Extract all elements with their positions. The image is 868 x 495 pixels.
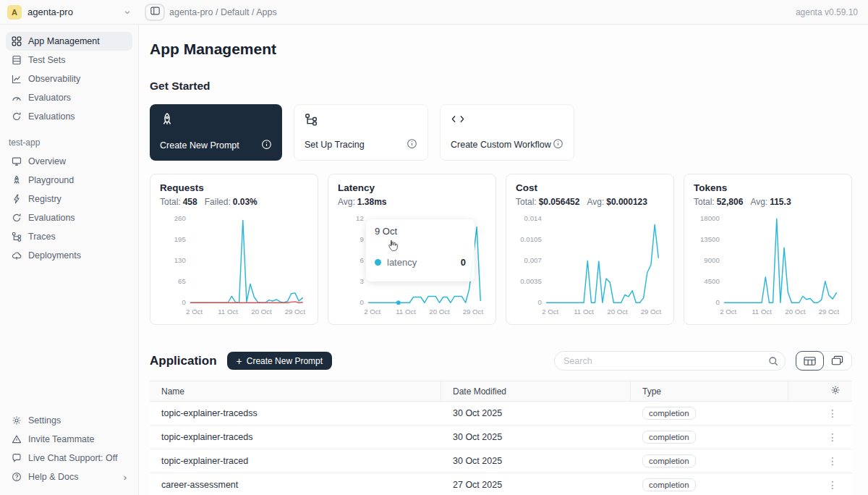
sidebar-item-evaluations-app[interactable]: Evaluations: [6, 208, 132, 227]
svg-text:3: 3: [359, 277, 363, 285]
chart-line-icon: [12, 74, 22, 84]
cost-card: Cost Total:$0.056452 Avg:$0.000123 00.00…: [506, 174, 674, 325]
table-row[interactable]: topic-explainer-traced 30 Oct 2025 compl…: [150, 449, 852, 473]
sidebar-item-evaluators[interactable]: Evaluators: [6, 88, 132, 107]
svg-text:20 Oct: 20 Oct: [785, 308, 806, 316]
page-title: App Management: [150, 41, 852, 58]
chat-icon: [12, 453, 22, 463]
main-content: App Management Get Started Create New Pr…: [139, 25, 868, 495]
metric-stat: Avg:1.38ms: [338, 197, 387, 207]
tooltip-value: 0: [461, 257, 466, 268]
gear-icon[interactable]: [830, 385, 841, 397]
kebab-menu-icon[interactable]: ⋮: [827, 479, 838, 491]
create-new-prompt-button[interactable]: + Create New Prompt: [227, 352, 333, 370]
rocket-icon: [160, 112, 272, 130]
sidebar-item-label: Traces: [28, 232, 56, 242]
svg-text:11 Oct: 11 Oct: [218, 308, 238, 316]
type-badge: completion: [642, 454, 696, 468]
sidebar-item-label: Playground: [28, 175, 74, 185]
sidebar-item-evaluations[interactable]: Evaluations: [6, 107, 132, 126]
svg-text:2 Oct: 2 Oct: [364, 308, 380, 316]
type-badge: completion: [642, 407, 696, 420]
svg-text:0: 0: [537, 298, 541, 306]
create-new-prompt-card[interactable]: Create New Prompt: [150, 104, 282, 161]
sidebar-item-registry[interactable]: Registry: [6, 190, 132, 208]
type-badge: completion: [642, 478, 696, 491]
app-date-modified: 30 Oct 2025: [441, 408, 631, 418]
tokens-chart[interactable]: 04500900013500180002 Oct11 Oct20 Oct29 O…: [694, 211, 842, 320]
requests-chart[interactable]: 0651301952602 Oct11 Oct20 Oct29 Oct: [160, 211, 308, 320]
project-label: test-app: [9, 138, 129, 148]
table-row[interactable]: topic-explainer-traceds 30 Oct 2025 comp…: [150, 426, 852, 449]
cost-chart[interactable]: 00.00350.0070.01050.0142 Oct11 Oct20 Oct…: [516, 211, 664, 320]
applications-table: Name Date Modified Type topic-explainer-…: [150, 381, 852, 495]
sidebar-item-label: Evaluations: [28, 213, 75, 223]
svg-text:9000: 9000: [704, 256, 719, 264]
sidebar-item-overview[interactable]: Overview: [6, 152, 132, 171]
svg-text:260: 260: [174, 214, 186, 222]
sidebar-item-invite-teammate[interactable]: Invite Teammate: [6, 430, 132, 449]
svg-text:65: 65: [178, 277, 186, 285]
sidebar-item-observability[interactable]: Observability: [6, 69, 132, 88]
workspace-avatar: A: [7, 5, 22, 20]
app-version: agenta v0.59.10: [796, 7, 868, 17]
invite-icon: [12, 434, 22, 444]
workspace-selector[interactable]: A agenta-pro: [0, 5, 139, 20]
sidebar-item-live-chat[interactable]: Live Chat Support: Off: [6, 449, 132, 468]
sidebar-item-settings[interactable]: Settings: [6, 411, 132, 430]
table-row[interactable]: career-assessment 27 Oct 2025 completion…: [150, 473, 852, 495]
sidebar-item-help-docs[interactable]: Help & Docs ›: [6, 468, 132, 486]
sidebar-item-label: Evaluators: [28, 93, 71, 103]
requests-card: Requests Total:458 Failed:0.03% 06513019…: [150, 174, 318, 325]
svg-text:11 Oct: 11 Oct: [396, 308, 416, 316]
breadcrumb[interactable]: agenta-pro / Default / Apps: [169, 7, 277, 17]
sidebar-item-app-management[interactable]: App Management: [6, 32, 132, 51]
app-name: topic-explainer-traceds: [150, 432, 441, 442]
test-sets-icon: [12, 55, 22, 65]
svg-text:0: 0: [715, 298, 719, 306]
svg-text:20 Oct: 20 Oct: [429, 308, 450, 316]
sidebar-toggle-button[interactable]: [145, 4, 165, 21]
column-header-date-modified[interactable]: Date Modified: [441, 381, 631, 401]
card-label: Create Custom Workflow: [451, 140, 551, 150]
sidebar-item-test-sets[interactable]: Test Sets: [6, 51, 132, 69]
grid-icon: [12, 36, 22, 46]
sidebar-item-deployments[interactable]: Deployments: [6, 246, 132, 265]
kebab-menu-icon[interactable]: ⋮: [827, 455, 838, 467]
tree-icon: [12, 232, 22, 242]
info-icon[interactable]: [553, 138, 563, 151]
sidebar-item-label: Live Chat Support: Off: [28, 453, 117, 463]
app-type-cell: completion: [631, 407, 788, 420]
view-toggle: [796, 351, 852, 371]
table-row[interactable]: topic-explainer-tracedss 30 Oct 2025 com…: [150, 402, 852, 426]
chevron-down-icon: [123, 8, 132, 17]
svg-text:11 Oct: 11 Oct: [574, 308, 594, 316]
info-icon[interactable]: [261, 139, 272, 152]
sidebar-item-playground[interactable]: Playground: [6, 171, 132, 190]
kebab-menu-icon[interactable]: ⋮: [827, 407, 838, 419]
set-up-tracing-card[interactable]: Set Up Tracing: [294, 104, 428, 161]
svg-text:0: 0: [359, 298, 363, 306]
tokens-card: Tokens Total:52,806 Avg:115.3 0450090001…: [684, 174, 852, 325]
application-heading: Application: [150, 354, 217, 368]
svg-text:2 Oct: 2 Oct: [542, 308, 558, 316]
column-header-name[interactable]: Name: [150, 381, 441, 401]
sidebar-item-label: Evaluations: [28, 111, 75, 122]
svg-text:20 Oct: 20 Oct: [607, 308, 628, 316]
app-date-modified: 30 Oct 2025: [441, 456, 631, 466]
kebab-menu-icon[interactable]: ⋮: [827, 431, 838, 443]
sidebar-item-traces[interactable]: Traces: [6, 227, 132, 246]
svg-text:0.014: 0.014: [524, 214, 542, 222]
workspace-name: agenta-pro: [27, 7, 73, 17]
app-type-cell: completion: [631, 478, 788, 491]
column-header-type[interactable]: Type: [631, 381, 788, 401]
table-view-button[interactable]: [796, 351, 824, 371]
card-view-button[interactable]: [823, 351, 851, 371]
info-icon[interactable]: [407, 138, 417, 151]
code-icon: [451, 113, 563, 128]
search-input[interactable]: [555, 356, 762, 366]
create-custom-workflow-card[interactable]: Create Custom Workflow: [440, 104, 574, 161]
row-actions: ⋮: [788, 431, 852, 443]
sidebar: App Management Test Sets Observability E…: [0, 25, 139, 495]
search-icon[interactable]: [762, 352, 785, 370]
